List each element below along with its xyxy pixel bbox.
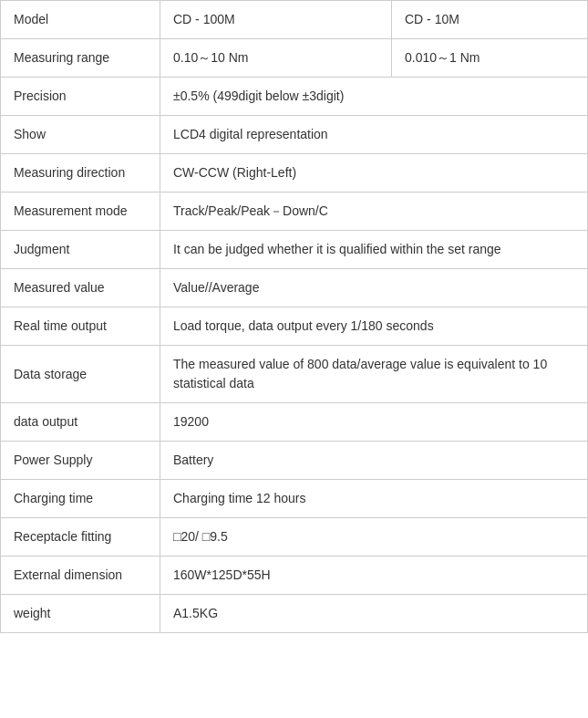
row-label: Show: [1, 116, 160, 154]
row-label: Data storage: [1, 346, 160, 403]
row-label: Judgment: [1, 231, 160, 269]
row-label: External dimension: [1, 557, 160, 595]
row-label: Measured value: [1, 269, 160, 307]
row-value-1: 0.10～10 Nm: [160, 39, 392, 78]
table-row: Receptacle fitting□20/ □9.5: [1, 518, 588, 557]
row-value: Value//Average: [160, 269, 588, 307]
table-row: ShowLCD4 digital representation: [1, 116, 588, 154]
row-value: It can be judged whether it is qualified…: [160, 231, 588, 269]
table-row: data output19200: [1, 403, 588, 442]
row-value: 19200: [160, 403, 588, 442]
row-label: Receptacle fitting: [1, 518, 160, 557]
row-value: Load torque, data output every 1/180 sec…: [160, 307, 588, 346]
row-value: CW-CCW (Right-Left): [160, 154, 588, 193]
table-row: Data storageThe measured value of 800 da…: [1, 346, 588, 403]
row-label: Measuring direction: [1, 154, 160, 193]
row-label: Measurement mode: [1, 193, 160, 231]
spec-table-wrapper: ModelCD - 100MCD - 10MMeasuring range0.1…: [0, 0, 588, 633]
row-value: Battery: [160, 442, 588, 480]
spec-table: ModelCD - 100MCD - 10MMeasuring range0.1…: [0, 0, 588, 633]
table-row: Charging timeCharging time 12 hours: [1, 480, 588, 518]
row-value: LCD4 digital representation: [160, 116, 588, 154]
table-row: Measured valueValue//Average: [1, 269, 588, 307]
row-label: data output: [1, 403, 160, 442]
row-value: A1.5KG: [160, 595, 588, 633]
table-row: Precision±0.5% (499digit below ±3digit): [1, 78, 588, 116]
table-row: Measurement modeTrack/Peak/Peak－Down/C: [1, 193, 588, 231]
table-row: ModelCD - 100MCD - 10M: [1, 1, 588, 39]
row-label: Charging time: [1, 480, 160, 518]
row-label: Power Supply: [1, 442, 160, 480]
row-label: Precision: [1, 78, 160, 116]
row-label: Model: [1, 1, 160, 39]
table-row: Real time outputLoad torque, data output…: [1, 307, 588, 346]
row-value: Charging time 12 hours: [160, 480, 588, 518]
table-row: Measuring directionCW-CCW (Right-Left): [1, 154, 588, 193]
row-value: □20/ □9.5: [160, 518, 588, 557]
table-row: Power SupplyBattery: [1, 442, 588, 480]
table-row: weightA1.5KG: [1, 595, 588, 633]
row-value: The measured value of 800 data/average v…: [160, 346, 588, 403]
table-row: JudgmentIt can be judged whether it is q…: [1, 231, 588, 269]
row-label: Real time output: [1, 307, 160, 346]
row-value: ±0.5% (499digit below ±3digit): [160, 78, 588, 116]
row-value-1: CD - 100M: [160, 1, 392, 39]
row-label: Measuring range: [1, 39, 160, 78]
table-row: Measuring range0.10～10 Nm0.010～1 Nm: [1, 39, 588, 78]
row-value: Track/Peak/Peak－Down/C: [160, 193, 588, 231]
row-value-2: CD - 10M: [392, 1, 588, 39]
row-value-2: 0.010～1 Nm: [392, 39, 588, 78]
table-row: External dimension160W*125D*55H: [1, 557, 588, 595]
row-value: 160W*125D*55H: [160, 557, 588, 595]
row-label: weight: [1, 595, 160, 633]
